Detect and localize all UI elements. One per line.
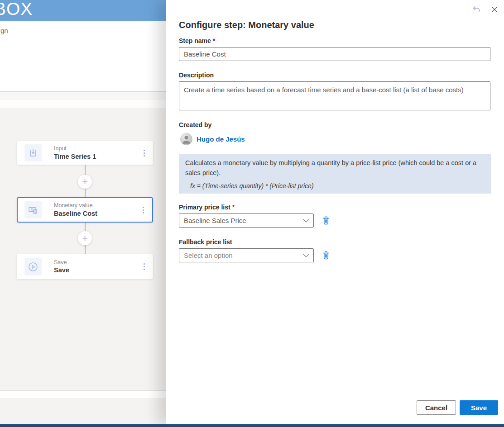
node-monetary-value[interactable]: Monetary value Baseline Cost xyxy=(17,197,153,223)
step-info-text: Calculates a monetary value by multiplyi… xyxy=(185,158,485,178)
fallback-price-list-label: Fallback price list xyxy=(179,238,232,246)
add-step-button[interactable]: + xyxy=(78,231,92,245)
primary-price-list-select[interactable]: Baseline Sales Price xyxy=(179,214,314,228)
created-by-label: Created by xyxy=(179,121,211,128)
node-save[interactable]: Save Save xyxy=(17,254,153,279)
undo-button[interactable] xyxy=(470,3,482,15)
node-type-label: Save xyxy=(54,259,69,266)
fallback-price-list-select[interactable]: Select an option xyxy=(179,248,314,262)
input-tray-icon xyxy=(24,144,42,161)
node-title: Save xyxy=(54,266,69,274)
trash-icon xyxy=(321,216,331,226)
brand-logo-text: BOX xyxy=(0,0,33,19)
node-type-label: Monetary value xyxy=(54,202,97,209)
node-menu-button[interactable] xyxy=(139,261,149,273)
money-calculator-icon xyxy=(24,201,42,218)
node-menu-button[interactable] xyxy=(139,204,148,216)
node-menu-button[interactable] xyxy=(139,147,149,159)
trash-icon xyxy=(321,251,331,261)
required-marker: * xyxy=(232,204,235,211)
close-icon xyxy=(490,5,499,14)
avatar xyxy=(180,133,192,145)
plus-icon: + xyxy=(82,232,88,244)
description-label: Description xyxy=(179,71,214,79)
node-type-label: Input xyxy=(54,145,96,152)
screen: BOX gn Input Time Series 1 + xyxy=(0,0,504,427)
step-name-input[interactable] xyxy=(179,47,490,61)
delete-primary-price-list-button[interactable] xyxy=(321,216,331,227)
close-button[interactable] xyxy=(488,3,500,15)
step-info-box: Calculates a monetary value by multiplyi… xyxy=(179,154,491,194)
primary-price-list-label: Primary price list* xyxy=(179,204,235,211)
add-step-button[interactable]: + xyxy=(78,175,92,189)
cancel-button[interactable]: Cancel xyxy=(417,400,456,415)
node-title: Time Series 1 xyxy=(54,152,96,161)
step-formula-text: fx = (Time-series quantity) * (Price-lis… xyxy=(185,181,485,191)
required-marker: * xyxy=(213,37,215,44)
delete-fallback-price-list-button[interactable] xyxy=(321,251,331,261)
node-input[interactable]: Input Time Series 1 xyxy=(17,141,153,165)
configure-step-panel: Configure step: Monetary value Step name… xyxy=(166,0,504,424)
tab-design[interactable]: gn xyxy=(0,27,8,34)
created-by-user-link[interactable]: Hugo de Jesús xyxy=(197,135,245,143)
play-circle-icon xyxy=(24,258,42,275)
panel-title: Configure step: Monetary value xyxy=(179,20,314,30)
node-title: Baseline Cost xyxy=(54,209,97,218)
save-button[interactable]: Save xyxy=(460,400,498,415)
description-textarea[interactable]: Create a time series based on a forecast… xyxy=(179,81,490,110)
chevron-down-icon xyxy=(303,219,309,223)
chevron-down-icon xyxy=(303,254,309,257)
fallback-price-list-placeholder: Select an option xyxy=(184,251,233,259)
step-name-label: Step name* xyxy=(179,37,215,44)
bottom-status-bar xyxy=(0,424,504,427)
undo-icon xyxy=(472,5,481,14)
plus-icon: + xyxy=(82,176,88,187)
primary-price-list-value: Baseline Sales Price xyxy=(184,217,246,224)
